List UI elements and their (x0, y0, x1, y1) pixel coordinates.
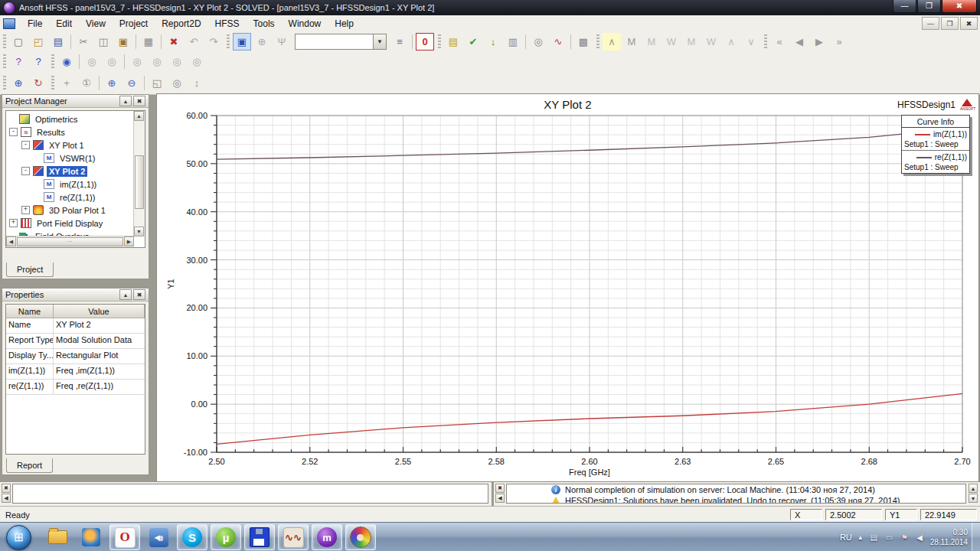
combobox-dropdown-icon[interactable]: ▼ (373, 34, 386, 49)
collapse-panel-icon[interactable]: ▴ (119, 96, 132, 106)
show-all-icon[interactable]: ◉ (57, 53, 76, 70)
menu-tools[interactable]: Tools (247, 17, 282, 31)
tree-vertical-scrollbar[interactable]: ▲ ▼ (133, 111, 145, 236)
select-face-icon[interactable]: ⊕ (253, 33, 271, 51)
media-player-button[interactable] (76, 524, 106, 550)
menu-edit[interactable]: Edit (49, 17, 79, 31)
skype-button[interactable]: S (177, 524, 207, 550)
print-icon[interactable]: ▦ (139, 33, 158, 51)
tree-expander-icon[interactable]: - (21, 167, 30, 175)
tree-item-optimetrics[interactable]: Optimetrics (6, 112, 134, 126)
menu-project[interactable]: Project (113, 17, 155, 31)
open-icon[interactable]: ◰ (29, 33, 47, 51)
minimize-window-button[interactable]: — (893, 0, 916, 13)
close-pane-icon[interactable]: ✖ (2, 484, 11, 493)
language-indicator[interactable]: RU (840, 533, 852, 542)
help-topics-icon[interactable]: ? (9, 53, 28, 70)
utorrent-button[interactable]: µ (211, 524, 241, 550)
sidebar-tray-icon[interactable]: ▤ (869, 533, 879, 543)
paint-button[interactable] (345, 524, 376, 550)
orient-axes-icon[interactable]: ↕ (188, 74, 206, 92)
new-icon[interactable]: ▢ (9, 33, 28, 51)
menu-file[interactable]: File (21, 17, 49, 31)
scroll-down-icon[interactable]: ▼ (969, 494, 978, 503)
collapse-panel-icon[interactable]: ▴ (119, 289, 132, 300)
copy-to-report-icon[interactable]: ▩ (574, 33, 593, 51)
message-row[interactable]: HFSSDesign1: Solutions have been invalid… (507, 495, 965, 504)
collapse-pane-icon[interactable]: ◀ (495, 494, 505, 503)
action-center-flag-icon[interactable]: ⚑ (900, 533, 910, 543)
results-plot-icon[interactable]: ∿ (549, 33, 567, 51)
close-window-button[interactable]: ✖ (942, 0, 977, 13)
tree-expander-icon[interactable]: + (9, 219, 18, 227)
tree-item-port-field-display[interactable]: +Port Field Display (6, 217, 134, 230)
hide-all-icon[interactable]: ◎ (168, 53, 186, 70)
show-hidden-icons-icon[interactable]: ▲ (858, 534, 864, 541)
start-button[interactable]: ⊞ (6, 525, 31, 550)
tree-item-3d-polar-plot-1[interactable]: +3D Polar Plot 1 (6, 204, 134, 217)
show-selection-icon[interactable]: ◎ (103, 53, 121, 70)
ansoft-hfss-button[interactable]: m (312, 524, 342, 550)
property-row[interactable]: re(Z(1,1))Freq ,re(Z(1,1)) (6, 380, 145, 395)
tree-item-xy-plot-1[interactable]: -XY Plot 1 (6, 139, 134, 152)
wave-down-icon[interactable]: ∨ (742, 33, 760, 51)
close-panel-icon[interactable]: ✖ (133, 96, 145, 106)
opera-button[interactable]: O (109, 524, 140, 550)
property-value-cell[interactable]: Freq ,re(Z(1,1)) (54, 380, 145, 394)
menu-report2d[interactable]: Report2D (155, 17, 207, 31)
scroll-right-icon[interactable]: ▶ (124, 236, 134, 246)
vertical-scroll-thumb[interactable] (135, 155, 144, 209)
volume-mixer-button[interactable]: ◀))) (143, 524, 174, 550)
close-panel-icon[interactable]: ✖ (133, 289, 145, 300)
redo-icon[interactable]: ↷ (204, 33, 223, 51)
validate-icon[interactable]: ▤ (444, 33, 462, 51)
zoom-window-icon[interactable]: ◱ (148, 74, 166, 92)
show-desktop-button[interactable] (972, 523, 980, 551)
property-value-cell[interactable]: XY Plot 2 (54, 318, 145, 333)
restore-window-button[interactable]: ❐ (917, 0, 941, 13)
optimetrics-view-icon[interactable]: ◎ (529, 33, 547, 51)
wave-along-line-icon[interactable]: ∧ (603, 33, 621, 51)
close-pane-icon[interactable]: ✖ (495, 484, 505, 493)
xy-plot-canvas[interactable]: 60.0050.0040.0030.0020.0010.000.00-10.00… (157, 94, 978, 481)
report-tab[interactable]: Report (6, 458, 53, 473)
material-combobox[interactable]: ▼ (295, 34, 387, 50)
analyze-icon[interactable]: ✔ (464, 33, 482, 51)
wave-up-icon[interactable]: ∧ (722, 33, 740, 51)
prev-frame-icon[interactable]: ◀ (790, 33, 808, 51)
property-row[interactable]: Report TypeModal Solution Data (6, 334, 145, 349)
combobox-field[interactable] (296, 34, 373, 49)
tree-expander-icon[interactable]: + (21, 206, 30, 214)
property-row[interactable]: Display Ty...Rectangular Plot (6, 349, 145, 364)
tree-expander-icon[interactable]: - (21, 141, 30, 149)
collapse-pane-icon[interactable]: ◀ (2, 494, 11, 503)
mdi-child-icon[interactable] (3, 18, 15, 29)
menu-window[interactable]: Window (282, 17, 328, 31)
property-value-cell[interactable]: Modal Solution Data (54, 334, 145, 348)
cut-icon[interactable]: ✂ (74, 33, 93, 51)
tree-item-xy-plot-2[interactable]: -XY Plot 2 (6, 165, 134, 178)
zoom-in-icon[interactable]: ⊕ (103, 74, 121, 92)
hide-selection-icon[interactable]: ◎ (83, 53, 101, 70)
solution-data-icon[interactable]: ▥ (504, 33, 522, 51)
property-row[interactable]: NameXY Plot 2 (6, 318, 145, 334)
solids-filter-icon[interactable]: 0 (416, 33, 434, 51)
copy-icon[interactable]: ◫ (94, 33, 113, 51)
tree-item-vswr-1-[interactable]: VSWR(1) (6, 152, 134, 165)
properties-header[interactable]: Properties ▴ ✖ (2, 289, 149, 302)
save-manager-button[interactable] (244, 524, 275, 550)
wave-w1-icon[interactable]: W (662, 33, 681, 51)
tree-horizontal-scrollbar[interactable]: ◀ ⋯ ▶ (6, 236, 134, 247)
network-tray-icon[interactable]: ▭ (884, 533, 894, 543)
first-frame-icon[interactable]: « (770, 33, 789, 51)
wave-m4-icon[interactable]: M (682, 33, 701, 51)
tree-item-results[interactable]: -Results (6, 126, 134, 139)
wave-w2-icon[interactable]: W (702, 33, 720, 51)
paste-icon[interactable]: ▣ (114, 33, 132, 51)
tree-item-im-z-1-1-[interactable]: im(Z(1,1)) (6, 178, 134, 191)
tree-expander-icon[interactable]: - (9, 128, 18, 136)
curve-info-legend[interactable]: Curve Info im(Z(1,1))Setup1 : Sweepre(Z(… (901, 115, 970, 174)
scroll-up-icon[interactable]: ▲ (969, 484, 978, 493)
menu-help[interactable]: Help (328, 17, 361, 31)
wave-m2-icon[interactable]: M (622, 33, 641, 51)
